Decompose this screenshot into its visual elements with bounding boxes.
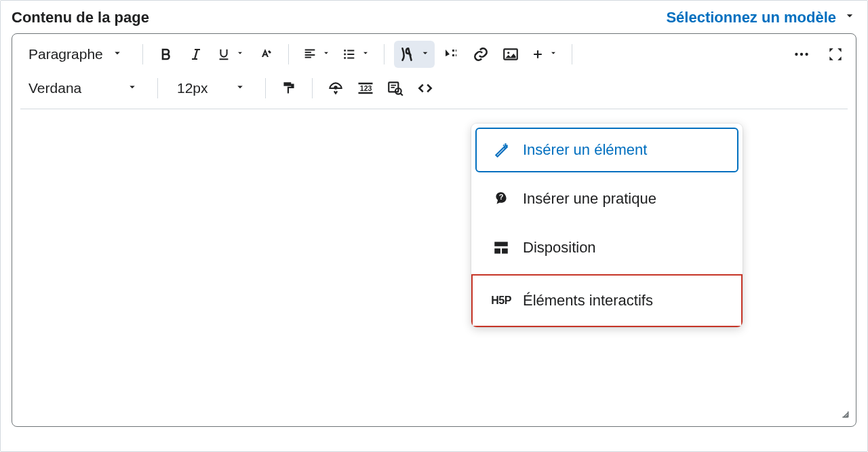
question-cloud-icon: ? <box>492 190 511 208</box>
chevron-down-icon <box>361 48 370 60</box>
chevron-down-icon <box>420 48 431 61</box>
resize-handle[interactable] <box>837 406 850 422</box>
insert-practice-item[interactable]: ? Insérer une pratique <box>475 176 738 221</box>
font-size-select[interactable]: 12px <box>167 75 256 102</box>
divider <box>572 44 572 64</box>
source-code-button[interactable] <box>412 75 439 102</box>
insert-element-label: Insérer un élément <box>523 141 647 159</box>
add-more-button[interactable] <box>527 41 562 68</box>
toolbar-row-1-right <box>788 41 849 68</box>
svg-text:123: 123 <box>360 84 372 92</box>
svg-point-8 <box>334 86 337 89</box>
svg-point-5 <box>795 53 797 56</box>
svg-point-1 <box>344 54 346 56</box>
accessibility-checker-button[interactable] <box>322 75 349 102</box>
divider <box>288 44 289 64</box>
page-wrapper: Contenu de la page Sélectionnez un modèl… <box>0 0 868 452</box>
toolbar-bottom-divider <box>20 109 848 109</box>
chevron-down-icon <box>843 9 856 26</box>
layout-label: Disposition <box>523 239 596 257</box>
chevron-down-icon <box>234 80 246 96</box>
insert-stuff-button[interactable] <box>394 41 435 68</box>
svg-point-0 <box>344 50 346 52</box>
font-family-select[interactable]: Verdana <box>19 75 148 102</box>
underline-button[interactable] <box>212 41 249 68</box>
font-size-label: 12px <box>177 80 208 96</box>
svg-point-7 <box>805 53 808 56</box>
layout-item[interactable]: Disposition <box>475 225 738 270</box>
chevron-down-icon <box>111 46 123 62</box>
link-button[interactable] <box>467 41 494 68</box>
image-button[interactable] <box>497 41 524 68</box>
svg-rect-15 <box>502 248 508 254</box>
toolbar-row-1: Paragraphe <box>19 41 849 75</box>
page-header: Contenu de la page Sélectionnez un modèl… <box>1 1 867 33</box>
svg-text:?: ? <box>499 193 504 201</box>
font-family-label: Verdana <box>28 80 81 96</box>
more-options-button[interactable] <box>788 41 815 68</box>
text-color-button[interactable] <box>252 41 279 68</box>
divider <box>157 78 158 98</box>
svg-rect-14 <box>494 248 500 254</box>
fullscreen-button[interactable] <box>822 41 849 68</box>
svg-rect-13 <box>494 242 508 246</box>
svg-point-6 <box>800 53 803 56</box>
bold-button[interactable] <box>153 41 180 68</box>
insert-practice-label: Insérer une pratique <box>523 190 656 208</box>
preview-button[interactable] <box>382 75 409 102</box>
align-button[interactable] <box>298 41 335 68</box>
interactive-elements-label: Éléments interactifs <box>523 292 653 309</box>
divider <box>312 78 313 98</box>
chevron-down-icon <box>549 48 558 60</box>
chevron-down-icon <box>126 80 138 96</box>
svg-point-4 <box>507 52 509 54</box>
insert-dropdown-menu: Insérer un élément ? Insérer une pratiqu… <box>471 124 743 327</box>
italic-button[interactable] <box>182 41 210 68</box>
chevron-down-icon <box>321 48 331 60</box>
word-count-button[interactable]: 123 <box>352 75 379 102</box>
select-template-label: Sélectionnez un modèle <box>666 9 836 26</box>
format-painter-button[interactable] <box>275 75 302 102</box>
toolbar-row-2: Verdana 12px 123 <box>19 75 849 109</box>
paragraph-style-label: Paragraphe <box>28 46 103 62</box>
media-button[interactable] <box>437 41 465 68</box>
divider <box>265 78 266 98</box>
select-template-link[interactable]: Sélectionnez un modèle <box>666 9 856 26</box>
editor-frame: Paragraphe <box>12 33 856 427</box>
divider <box>384 44 384 64</box>
insert-element-item[interactable]: Insérer un élément <box>475 128 738 172</box>
chevron-down-icon <box>235 48 245 60</box>
divider <box>142 44 143 64</box>
paragraph-style-select[interactable]: Paragraphe <box>19 41 133 68</box>
toolbar: Paragraphe <box>12 34 856 109</box>
list-button[interactable] <box>338 41 374 68</box>
interactive-elements-item[interactable]: H5P Éléments interactifs <box>471 274 743 327</box>
h5p-icon: H5P <box>492 295 511 307</box>
page-title: Contenu de la page <box>12 9 149 26</box>
layout-icon <box>492 239 511 257</box>
svg-point-2 <box>344 57 346 59</box>
magic-wand-icon <box>492 141 511 159</box>
toolbar-row-1-left: Paragraphe <box>19 41 579 68</box>
